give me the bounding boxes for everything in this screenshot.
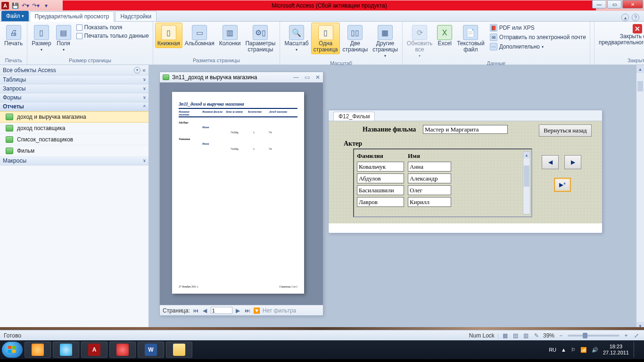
start-button[interactable] [2, 342, 23, 358]
nav-item[interactable]: Список_поставщиков [0, 134, 149, 145]
nav-group-macros[interactable]: Макросы¥ [0, 156, 149, 165]
restore-button[interactable]: ▭ [607, 0, 621, 8]
form-window: Ф12_Фильм Название фильма Вернуться наза… [328, 110, 603, 233]
window-maximize-icon[interactable]: ▭ [305, 74, 310, 81]
printer-icon: 🖨 [6, 25, 21, 40]
save-icon[interactable]: 💾 [10, 1, 20, 10]
col-name: Имя [408, 152, 455, 160]
more-pages-button[interactable]: ▦Другие страницы▾ [370, 23, 400, 60]
report-window-titlebar[interactable]: Зп11_доход и выручка магазина — ▭ ✕ [160, 72, 323, 82]
excel-icon: X [437, 25, 452, 40]
nav-group-tables[interactable]: Таблицы¥ [0, 75, 149, 84]
email-button[interactable]: ✉Отправить по электронной почте [488, 33, 588, 41]
text-file-button[interactable]: 📄Текстовый файл [454, 23, 487, 54]
nav-group-forms[interactable]: Формы¥ [0, 93, 149, 102]
surname-input[interactable] [357, 185, 404, 195]
refresh-all-button: ⟳Обновить все▾ [405, 23, 435, 60]
print-button[interactable]: 🖨Печать [2, 23, 25, 48]
show-desktop-button[interactable] [634, 342, 638, 358]
title-bar: A 💾 ↶▾ ↷▾ ▾ Microsoft Access (Сбой актив… [0, 0, 644, 11]
page-number-input[interactable] [211, 307, 232, 314]
taskbar-app[interactable] [53, 342, 79, 358]
view-print-icon[interactable]: ▥ [522, 332, 530, 339]
language-indicator[interactable]: RU [549, 347, 556, 353]
surname-input[interactable] [357, 197, 404, 207]
surname-input[interactable] [357, 173, 404, 183]
volume-icon[interactable]: 🔊 [592, 347, 598, 353]
taskbar-app[interactable]: A [81, 342, 107, 358]
taskbar-app[interactable] [25, 342, 51, 358]
print-data-only-checkbox[interactable]: Печатать только данные [74, 32, 151, 40]
taskbar-app[interactable] [109, 342, 136, 358]
network-icon[interactable]: 📶 [580, 347, 587, 353]
tab-print-preview[interactable]: Предварительный просмотр [30, 11, 115, 22]
word-icon: W [145, 344, 157, 356]
window-close-icon[interactable]: ✕ [315, 74, 320, 81]
subform-scrollbar[interactable]: ▲ [523, 151, 530, 214]
taskbar-app[interactable] [166, 342, 192, 358]
first-page-icon[interactable]: ⏮ [192, 307, 199, 314]
nav-item[interactable]: Фильм [0, 145, 149, 156]
name-input[interactable] [408, 173, 451, 183]
one-page-button[interactable]: ▯Одна страница [311, 23, 340, 54]
show-fields-checkbox[interactable]: Показать поля [74, 24, 151, 31]
window-minimize-icon[interactable]: — [293, 74, 299, 81]
name-input[interactable] [408, 162, 451, 172]
two-pages-button[interactable]: ▯▯Две страницы [340, 23, 370, 54]
film-name-input[interactable] [423, 125, 508, 134]
minimize-ribbon-icon[interactable]: ▴ [621, 14, 629, 21]
close-preview-button[interactable]: ✕Закрыть окно предварительного просмотра [596, 23, 644, 47]
search-icon[interactable]: ▾ [134, 67, 140, 74]
close-button[interactable]: ✕ [622, 0, 643, 8]
zoom-fit-icon[interactable]: ⤢ [633, 332, 640, 339]
zoom-out-icon[interactable]: − [557, 332, 565, 339]
help-icon[interactable]: ? [632, 14, 639, 21]
name-input[interactable] [408, 185, 451, 195]
excel-button[interactable]: XExcel [435, 23, 454, 48]
zoom-button[interactable]: 🔍Масштаб▾ [282, 23, 311, 54]
one-page-icon: ▯ [318, 25, 333, 40]
tab-addins[interactable]: Надстройки [115, 11, 157, 21]
clock[interactable]: 18:23 27.12.2011 [603, 344, 629, 356]
view-report-icon[interactable]: ▦ [502, 332, 509, 339]
undo-icon[interactable]: ↶▾ [21, 1, 30, 10]
numlock-indicator: Num Lock [469, 332, 495, 339]
page-setup-button[interactable]: ⚙▯Параметры страницы [243, 23, 278, 54]
view-layout-icon[interactable]: ▤ [512, 332, 520, 339]
margins-button[interactable]: ▤Поля▾ [54, 23, 74, 54]
name-input[interactable] [408, 197, 451, 207]
size-button[interactable]: ▯Размер▾ [29, 23, 53, 54]
prev-page-icon[interactable]: ◀ [201, 307, 209, 314]
collapse-pane-icon[interactable]: « [142, 67, 146, 74]
last-page-icon[interactable]: ⏭ [244, 307, 251, 314]
form-tab[interactable]: Ф12_Фильм [333, 112, 375, 121]
minimize-button[interactable]: — [592, 0, 606, 8]
flag-icon[interactable]: ⚐ [571, 347, 576, 353]
mdi-scrollbar[interactable]: ▲ ▼ [636, 65, 644, 330]
tab-file[interactable]: Файл [1, 11, 29, 21]
prev-record-button[interactable]: ◀ [542, 155, 559, 169]
view-design-icon[interactable]: ✎ [533, 332, 540, 339]
more-button[interactable]: ⋯Дополнительно ▾ [488, 42, 588, 51]
pdf-xps-button[interactable]: 📕PDF или XPS [488, 24, 588, 32]
next-page-icon[interactable]: ▶ [234, 307, 242, 314]
portrait-button[interactable]: ▯Книжная [155, 23, 182, 48]
columns-button[interactable]: ▥Колонки [217, 23, 243, 48]
back-button[interactable]: Вернуться назад [539, 124, 592, 137]
zoom-slider[interactable] [568, 335, 619, 337]
nav-group-queries[interactable]: Запросы¥ [0, 84, 149, 93]
tray-up-icon[interactable]: ▲ [561, 347, 566, 353]
nav-item[interactable]: доход поставщика [0, 123, 149, 134]
landscape-button[interactable]: ▭Альбомная [182, 23, 217, 48]
redo-icon[interactable]: ↷▾ [31, 1, 41, 10]
next-record-button[interactable]: ▶ [564, 155, 581, 169]
surname-input[interactable] [357, 162, 404, 172]
taskbar-app[interactable]: W [138, 342, 164, 358]
zoom-in-icon[interactable]: + [622, 332, 630, 339]
report-preview[interactable]: Зп11_доход и выручка магазина Название м… [160, 82, 323, 305]
nav-group-reports[interactable]: Отчеты^ [0, 102, 149, 111]
qat-customize-icon[interactable]: ▾ [41, 1, 51, 10]
nav-item[interactable]: доход и выручка магазина [0, 111, 149, 123]
navigation-header[interactable]: Все объекты Access ▾« [0, 65, 149, 75]
new-record-button[interactable]: ▶* [554, 178, 571, 192]
